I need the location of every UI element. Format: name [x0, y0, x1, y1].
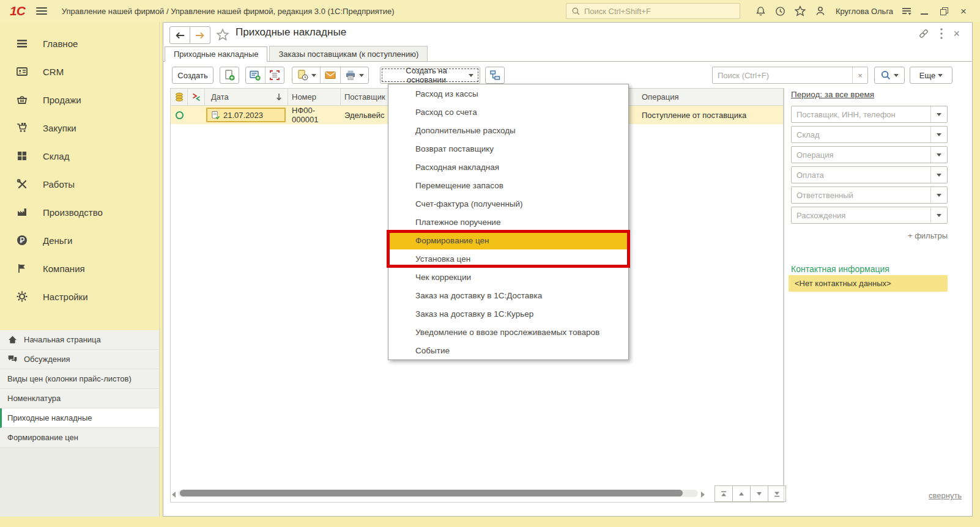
menu-item[interactable]: Расход из кассы — [388, 84, 628, 103]
menu-item[interactable]: Расход со счета — [388, 103, 628, 121]
menu-item[interactable]: Уведомление о ввозе прослеживаемых товар… — [388, 323, 628, 341]
scrollbar-thumb[interactable] — [180, 490, 683, 496]
sidebar-item-price-kinds[interactable]: Виды цен (колонки прайс-листов) — [0, 369, 159, 389]
print-button[interactable] — [341, 67, 368, 83]
minimize-icon[interactable] — [921, 7, 929, 15]
sidebar-item-discussions[interactable]: Обсуждения — [0, 350, 159, 369]
postponed-documents-button[interactable] — [292, 67, 321, 83]
user-name[interactable]: Круглова Ольга — [836, 7, 893, 16]
dropdown-button[interactable] — [930, 207, 947, 223]
scan-document-button[interactable] — [265, 67, 284, 83]
sidebar-item-nomenclature[interactable]: Номенклатура — [0, 389, 159, 408]
close-form-icon[interactable]: × — [953, 28, 960, 39]
tab-supplier-orders[interactable]: Заказы поставщикам (к поступлению) — [269, 46, 428, 61]
column-payment-status[interactable] — [171, 89, 188, 105]
list-search-field[interactable]: × — [712, 67, 868, 84]
dropdown-caret-icon — [359, 74, 364, 77]
restore-window-icon[interactable] — [940, 7, 948, 15]
send-email-button[interactable] — [321, 67, 340, 83]
menu-item[interactable]: Заказ на доставку в 1С:Курьер — [388, 304, 628, 323]
copy-document-button[interactable] — [220, 67, 239, 84]
menu-item[interactable]: Событие — [388, 341, 628, 359]
sidebar-item-sales[interactable]: Продажи — [0, 86, 159, 114]
menu-item[interactable]: Расходная накладная — [388, 158, 628, 176]
menu-item[interactable]: Перемещение запасов — [388, 176, 628, 194]
column-operation[interactable]: Операция — [628, 89, 782, 105]
menu-item-price-setting[interactable]: Установка цен — [388, 249, 628, 268]
user-icon[interactable] — [814, 5, 826, 17]
sidebar-item-company[interactable]: Компания — [0, 254, 159, 282]
sidebar-item-crm[interactable]: CRM — [0, 57, 159, 86]
get-link-icon[interactable] — [918, 28, 930, 40]
create-invoice-button[interactable] — [246, 67, 265, 83]
menu-item[interactable]: Возврат поставщику — [388, 139, 628, 158]
next-page-button[interactable] — [751, 485, 768, 502]
sidebar-item-main[interactable]: Главное — [0, 29, 159, 57]
search-settings-button[interactable] — [874, 67, 905, 84]
menu-item[interactable]: Чек коррекции — [388, 268, 628, 286]
dropdown-button[interactable] — [930, 147, 947, 163]
active-cell-date[interactable]: 21.07.2023 — [206, 108, 286, 122]
go-first-button[interactable] — [715, 485, 733, 502]
previous-page-button[interactable] — [733, 485, 751, 502]
clear-search-icon[interactable]: × — [852, 67, 867, 83]
service-menu-icon[interactable] — [900, 5, 913, 17]
column-date[interactable]: Дата — [205, 89, 288, 105]
menu-item[interactable]: Платежное поручение — [388, 213, 628, 231]
history-icon[interactable] — [774, 6, 786, 17]
menu-item[interactable]: Счет-фактура (полученный) — [388, 194, 628, 213]
add-filters-link[interactable]: + фильтры — [791, 231, 948, 240]
filter-warehouse[interactable]: Склад — [791, 126, 948, 143]
close-window-icon[interactable]: × — [960, 6, 967, 17]
dropdown-button[interactable] — [930, 106, 947, 122]
create-based-on-button[interactable]: Создать на основании — [380, 67, 480, 84]
sidebar-item-production[interactable]: Производство — [0, 198, 159, 226]
tab-incoming-invoices[interactable]: Приходные накладные — [165, 46, 267, 62]
sidebar-item-money[interactable]: Деньги — [0, 226, 159, 254]
forward-button[interactable] — [190, 26, 210, 44]
dropdown-caret-icon — [311, 74, 316, 77]
favorites-star-icon[interactable] — [794, 5, 806, 17]
sidebar-item-warehouse[interactable]: Склад — [0, 142, 159, 170]
main-menu-icon[interactable] — [36, 6, 47, 17]
notifications-bell-icon[interactable] — [755, 6, 767, 17]
filter-operation[interactable]: Операция — [791, 146, 948, 163]
dropdown-button[interactable] — [930, 127, 947, 142]
column-shipment-status[interactable] — [188, 89, 205, 105]
contact-card-icon — [16, 65, 28, 78]
sidebar-item-incoming-invoices[interactable]: Приходные накладные — [0, 408, 159, 428]
more-kebab-icon[interactable] — [940, 28, 943, 40]
column-number[interactable]: Номер — [288, 89, 341, 105]
more-actions-button[interactable]: Еще — [910, 67, 952, 84]
filter-discrepancies[interactable]: Расхождения — [791, 207, 948, 224]
scroll-left-icon[interactable] — [172, 492, 176, 498]
sidebar: Главное CRM Продажи Закупки Склад Работы… — [0, 22, 160, 517]
filter-payment[interactable]: Оплата — [791, 166, 948, 183]
document-plus-icon — [223, 69, 236, 81]
structure-icon — [489, 69, 501, 81]
sidebar-item-purchases[interactable]: Закупки — [0, 114, 159, 142]
filter-responsible[interactable]: Ответственный — [791, 186, 948, 204]
menu-item[interactable]: Заказ на доставку в 1С:Доставка — [388, 286, 628, 304]
global-search-input[interactable] — [583, 6, 726, 17]
filter-supplier[interactable]: Поставщик, ИНН, телефон — [791, 106, 948, 123]
subordination-structure-button[interactable] — [485, 67, 505, 84]
dropdown-button[interactable] — [930, 187, 947, 203]
dropdown-button[interactable] — [930, 167, 947, 183]
menu-item-price-formation[interactable]: Формирование цен — [388, 231, 628, 249]
list-search-input[interactable] — [713, 71, 852, 80]
add-to-favorites-star-icon[interactable] — [216, 28, 229, 42]
scroll-right-icon[interactable] — [701, 492, 705, 498]
menu-item[interactable]: Дополнительные расходы — [388, 121, 628, 139]
sections-panel: Главное CRM Продажи Закупки Склад Работы… — [0, 22, 159, 330]
create-button[interactable]: Создать — [172, 67, 213, 84]
sidebar-item-works[interactable]: Работы — [0, 170, 159, 198]
horizontal-scrollbar[interactable] — [178, 490, 698, 497]
period-link[interactable]: Период: за все время — [791, 90, 874, 99]
sidebar-item-home[interactable]: Начальная страница — [0, 330, 159, 350]
sidebar-item-price-formation[interactable]: Формирование цен — [0, 428, 159, 448]
sidebar-item-settings[interactable]: Настройки — [0, 282, 159, 311]
global-search-field[interactable] — [566, 3, 740, 19]
back-button[interactable] — [169, 26, 190, 44]
collapse-link[interactable]: свернуть — [929, 491, 962, 500]
